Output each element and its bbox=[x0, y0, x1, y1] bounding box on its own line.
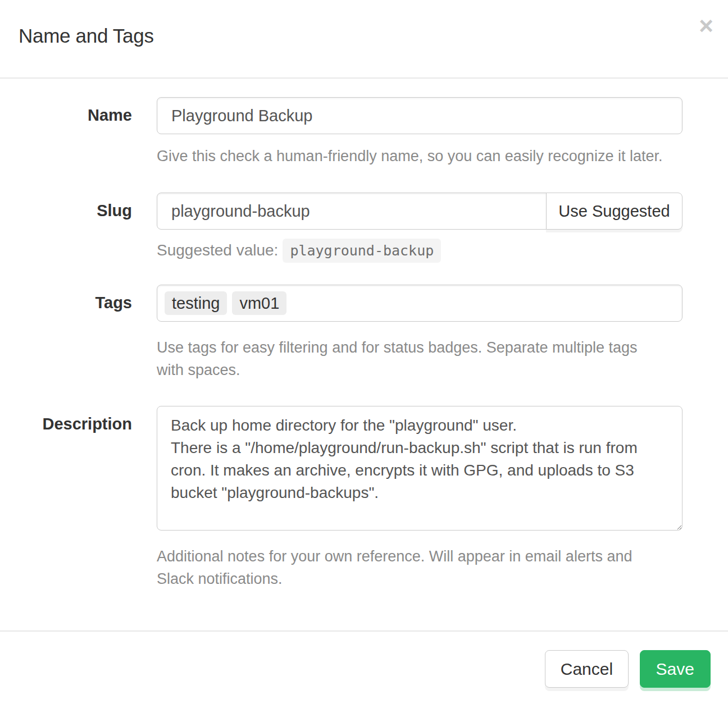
slug-row: Slug Use Suggested Suggested value:playg… bbox=[0, 193, 728, 262]
slug-input-group: Use Suggested bbox=[157, 193, 683, 230]
name-and-tags-modal: Name and Tags × Name Give this check a h… bbox=[0, 0, 728, 704]
tags-input[interactable]: testing vm01 bbox=[157, 285, 683, 322]
tags-help: Use tags for easy filtering and for stat… bbox=[157, 336, 683, 381]
modal-header: Name and Tags × bbox=[0, 0, 728, 79]
close-icon[interactable]: × bbox=[699, 13, 713, 38]
modal-body: Name Give this check a human-friendly na… bbox=[0, 79, 728, 590]
tags-label: Tags bbox=[0, 285, 132, 312]
tags-field-col: testing vm01 Use tags for easy filtering… bbox=[157, 285, 683, 381]
name-label: Name bbox=[0, 97, 132, 125]
tags-row: Tags testing vm01 Use tags for easy filt… bbox=[0, 285, 728, 381]
slug-label: Slug bbox=[0, 193, 132, 220]
modal-footer: Cancel Save bbox=[0, 630, 728, 704]
name-help: Give this check a human-friendly name, s… bbox=[157, 145, 683, 167]
name-input[interactable] bbox=[157, 97, 683, 134]
tag-chip: vm01 bbox=[232, 291, 286, 315]
name-field-col: Give this check a human-friendly name, s… bbox=[157, 97, 683, 167]
description-row: Description Back up home directory for t… bbox=[0, 406, 728, 590]
description-label: Description bbox=[0, 406, 132, 433]
description-textarea[interactable]: Back up home directory for the "playgrou… bbox=[157, 406, 683, 531]
suggested-value-code: playground-backup bbox=[283, 239, 441, 263]
slug-field-col: Use Suggested Suggested value:playground… bbox=[157, 193, 683, 262]
description-field-col: Back up home directory for the "playgrou… bbox=[157, 406, 683, 590]
use-suggested-button[interactable]: Use Suggested bbox=[546, 193, 683, 230]
modal-title: Name and Tags bbox=[19, 25, 709, 47]
name-row: Name Give this check a human-friendly na… bbox=[0, 97, 728, 167]
suggested-value-label: Suggested value: bbox=[157, 241, 278, 259]
tag-chip: testing bbox=[165, 291, 227, 315]
slug-suggested-note: Suggested value:playground-backup bbox=[157, 239, 683, 262]
description-help: Additional notes for your own reference.… bbox=[157, 545, 683, 590]
slug-input[interactable] bbox=[157, 193, 547, 230]
save-button[interactable]: Save bbox=[640, 650, 711, 688]
cancel-button[interactable]: Cancel bbox=[545, 650, 629, 688]
